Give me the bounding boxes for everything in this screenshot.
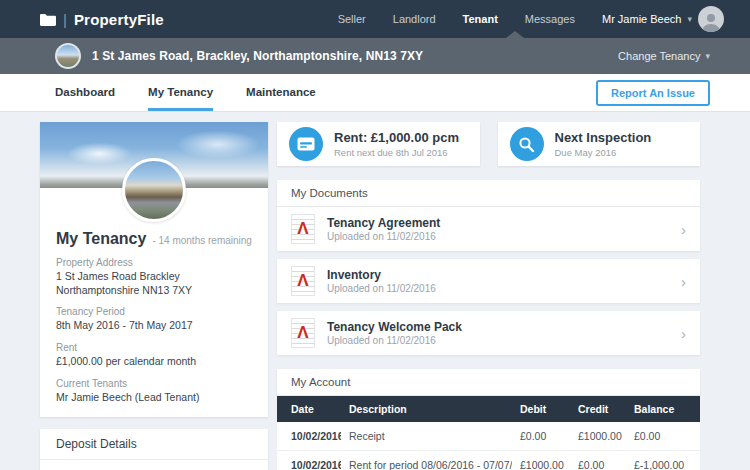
user-menu[interactable]: Mr Jamie Beech ▾ (602, 6, 724, 32)
property-bar: 1 St James Road, Brackley, Northamptonsh… (0, 38, 750, 74)
inspection-info-card[interactable]: Next Inspection Due May 2016 (498, 122, 701, 166)
avatar[interactable] (698, 6, 724, 32)
chevron-right-icon: › (681, 326, 686, 341)
field-property-address: Property Address 1 St James Road Brackle… (56, 257, 252, 297)
document-name: Tenancy Agreement (327, 216, 440, 230)
inspection-subtitle: Due May 2016 (555, 147, 652, 158)
top-nav: Seller Landlord Tenant Messages (338, 13, 575, 25)
inspection-title: Next Inspection (555, 130, 652, 146)
cell-date: 10/02/2016 (277, 451, 341, 470)
cell-balance: £0.00 (626, 422, 700, 451)
field-value: Mr Jamie Beech (Lead Tenant) (56, 391, 252, 405)
field-current-tenants: Current Tenants Mr Jamie Beech (Lead Ten… (56, 378, 252, 405)
tenancy-title: My Tenancy (56, 230, 146, 248)
document-meta: Uploaded on 11/02/2016 (327, 283, 436, 294)
tab-dashboard[interactable]: Dashboard (55, 74, 115, 111)
pdf-glyph: Λ (292, 319, 314, 347)
report-an-issue-button[interactable]: Report An Issue (596, 80, 710, 106)
main-content: My Tenancy - 14 months remaining Propert… (0, 112, 750, 470)
search-icon (510, 127, 544, 161)
document-row-tenancy-agreement[interactable]: Λ Tenancy Agreement Uploaded on 11/02/20… (277, 207, 700, 251)
my-account-section: My Account Date Description Debit Credit… (277, 369, 700, 470)
tab-my-tenancy[interactable]: My Tenancy (148, 74, 213, 111)
change-tenancy-button[interactable]: Change Tenancy ▾ (618, 50, 710, 62)
brand-divider: | (63, 11, 67, 28)
app-window: | PropertyFile Seller Landlord Tenant Me… (0, 0, 750, 470)
column-description: Description (341, 396, 512, 422)
cell-description: Receipt (341, 422, 512, 451)
tab-maintenance[interactable]: Maintenance (246, 74, 316, 111)
tab-bar: Dashboard My Tenancy Maintenance Report … (0, 74, 750, 112)
tenancy-summary-card: My Tenancy - 14 months remaining Propert… (40, 122, 268, 417)
cell-debit: £0.00 (512, 422, 570, 451)
change-tenancy-label: Change Tenancy (618, 50, 700, 62)
field-rent: Rent £1,000.00 per calendar month (56, 342, 252, 369)
info-cards-row: Rent: £1,000.00 pcm Rent next due 8th Ju… (277, 122, 700, 166)
deposit-details-title: Deposit Details (40, 429, 268, 460)
table-row: 10/02/2016 Receipt £0.00 £1000.00 £0.00 (277, 422, 700, 451)
field-tenancy-period: Tenancy Period 8th May 2016 - 7th May 20… (56, 306, 252, 333)
cell-debit: £1000.00 (512, 451, 570, 470)
cell-balance: £-1,000.00 (626, 451, 700, 470)
my-account-title: My Account (277, 369, 700, 396)
chevron-down-icon: ▾ (687, 14, 692, 24)
field-label: Tenancy Period (56, 306, 252, 317)
my-documents-section: My Documents Λ Tenancy Agreement Uploade… (277, 180, 700, 355)
right-column: Rent: £1,000.00 pcm Rent next due 8th Ju… (277, 122, 700, 470)
top-bar: | PropertyFile Seller Landlord Tenant Me… (0, 0, 750, 38)
field-value: £1,000.00 per calendar month (56, 355, 252, 369)
property-photo (122, 158, 186, 222)
chevron-down-icon: ▾ (705, 51, 710, 61)
field-value: 8th May 2016 - 7th May 2017 (56, 319, 252, 333)
field-label: Rent (56, 342, 252, 353)
account-table-header: Date Description Debit Credit Balance (277, 396, 700, 422)
property-address: 1 St James Road, Brackley, Northamptonsh… (92, 49, 423, 63)
field-label: Property Address (56, 257, 252, 268)
tabs: Dashboard My Tenancy Maintenance (55, 74, 316, 111)
document-meta: Uploaded on 11/02/2016 (327, 335, 462, 346)
rent-info-card[interactable]: Rent: £1,000.00 pcm Rent next due 8th Ju… (277, 122, 480, 166)
rent-title: Rent: £1,000.00 pcm (334, 130, 459, 146)
folder-icon (40, 13, 56, 26)
nav-item-messages[interactable]: Messages (525, 13, 575, 25)
left-column: My Tenancy - 14 months remaining Propert… (40, 122, 268, 470)
deposit-details-card: Deposit Details Deposit Amount £1000.00 (40, 429, 268, 470)
property-banner-photo (40, 122, 268, 188)
nav-item-tenant[interactable]: Tenant (463, 13, 498, 25)
account-table: Date Description Debit Credit Balance 10… (277, 396, 700, 470)
table-row: 10/02/2016 Rent for period 08/06/2016 - … (277, 451, 700, 470)
property-thumbnail (55, 43, 81, 69)
cell-credit: £1000.00 (570, 422, 626, 451)
column-debit: Debit (512, 396, 570, 422)
tenancy-remaining: - 14 months remaining (152, 235, 252, 246)
pdf-icon: Λ (291, 214, 315, 244)
document-row-tenancy-welcome-pack[interactable]: Λ Tenancy Welcome Pack Uploaded on 11/02… (277, 311, 700, 355)
document-name: Inventory (327, 268, 436, 282)
field-label: Current Tenants (56, 378, 252, 389)
brand-name: PropertyFile (74, 11, 164, 28)
person-icon (700, 10, 722, 32)
chevron-right-icon: › (681, 274, 686, 289)
column-credit: Credit (570, 396, 626, 422)
pdf-glyph: Λ (292, 215, 314, 243)
cell-description: Rent for period 08/06/2016 - 07/07/2016 (341, 451, 512, 470)
my-documents-title: My Documents (277, 180, 700, 207)
document-row-inventory[interactable]: Λ Inventory Uploaded on 11/02/2016 › (277, 259, 700, 303)
column-balance: Balance (626, 396, 700, 422)
cell-date: 10/02/2016 (277, 422, 341, 451)
column-date: Date (277, 396, 341, 422)
brand-logo[interactable]: | PropertyFile (40, 11, 164, 28)
nav-item-seller[interactable]: Seller (338, 13, 366, 25)
chevron-right-icon: › (681, 222, 686, 237)
field-value: 1 St James Road Brackley Northamptonshir… (56, 270, 252, 297)
pdf-icon: Λ (291, 318, 315, 348)
rent-subtitle: Rent next due 8th Jul 2016 (334, 147, 459, 158)
cell-credit: £0.00 (570, 451, 626, 470)
document-name: Tenancy Welcome Pack (327, 320, 462, 334)
tenant-notch (506, 31, 524, 38)
nav-item-landlord[interactable]: Landlord (393, 13, 436, 25)
pdf-glyph: Λ (292, 267, 314, 295)
credit-card-icon (289, 127, 323, 161)
tenancy-summary-body: My Tenancy - 14 months remaining Propert… (40, 188, 268, 417)
document-meta: Uploaded on 11/02/2016 (327, 231, 440, 242)
